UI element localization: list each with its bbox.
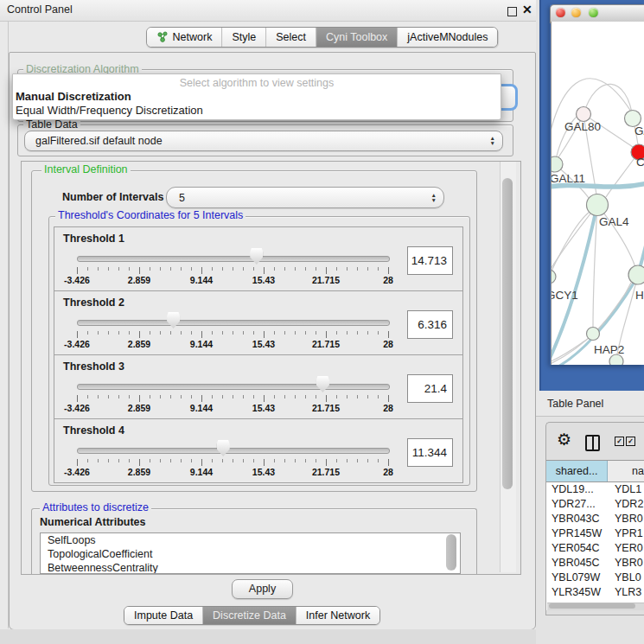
network-node[interactable]	[628, 265, 644, 284]
list-item-topologicalcoefficient[interactable]: TopologicalCoefficient	[41, 547, 460, 561]
slider-tick	[118, 267, 119, 271]
zoom-traffic-light-icon[interactable]	[589, 8, 598, 17]
column-header-shared-name[interactable]: shared...	[546, 461, 608, 481]
slider-tick	[170, 267, 171, 271]
minimize-traffic-light-icon[interactable]	[571, 8, 581, 17]
scale-label: 9.144	[190, 339, 213, 349]
dropdown-option-equal-width-frequency[interactable]: Equal Width/Frequency Discretization	[16, 104, 498, 118]
slider-tick	[253, 331, 254, 335]
table-panel-title: Table Panel	[547, 398, 603, 410]
slider-tick	[284, 395, 285, 399]
window-title: Control Panel	[7, 3, 73, 16]
slider-track[interactable]	[77, 320, 390, 326]
table-row[interactable]: YBR043CYBR0	[546, 512, 644, 526]
slider-tick	[201, 331, 202, 338]
table-row[interactable]: YBR045CYBR0	[546, 556, 644, 571]
scale-label: 2.859	[128, 467, 150, 477]
close-icon[interactable]: ✕	[522, 3, 532, 16]
tab-discretize-data[interactable]: Discretize Data	[202, 607, 296, 624]
table-row[interactable]: YDR27...YDR2	[546, 497, 644, 512]
checkbox-icon[interactable]: ✓	[626, 437, 635, 446]
table-row[interactable]: YDL19...YDL1	[546, 482, 644, 497]
threshold-value-field[interactable]: 6.316	[407, 310, 453, 339]
slider-tick	[222, 331, 223, 335]
horizontal-scrollbar-thumb[interactable]	[549, 603, 635, 609]
slider-tick	[305, 331, 306, 335]
slider-tick	[305, 267, 306, 271]
slider-track[interactable]	[77, 256, 390, 262]
tab-jactivemnodules[interactable]: jActiveMNodules	[397, 28, 497, 47]
slider-tick	[108, 459, 109, 462]
slider-tick	[305, 459, 306, 462]
network-node[interactable]	[552, 270, 556, 284]
gear-icon[interactable]: ⚙	[557, 431, 571, 448]
tab-select[interactable]: Select	[265, 28, 316, 47]
threshold-value-field[interactable]: 11.344	[407, 438, 453, 467]
apply-button[interactable]: Apply	[232, 579, 293, 599]
slider-thumb[interactable]	[167, 312, 180, 328]
node-label: GAL4	[599, 215, 629, 228]
table-data-combobox[interactable]: galFiltered.sif default node ▲▼	[24, 131, 503, 151]
slider-thumb[interactable]	[250, 248, 263, 265]
network-node[interactable]	[577, 107, 591, 122]
vertical-scrollbar-thumb[interactable]	[502, 178, 513, 489]
spinner-arrows-icon[interactable]: ▲▼	[431, 193, 437, 203]
checkbox-icon[interactable]: ✓	[615, 437, 624, 446]
list-item-betweennesscentrality[interactable]: BetweennessCentrality	[41, 561, 460, 574]
tab-network[interactable]: Network	[147, 28, 222, 47]
slider-track[interactable]	[77, 384, 390, 390]
cell-shared-name: YDL19...	[546, 482, 610, 497]
slider-tick	[191, 395, 192, 399]
numerical-attributes-list[interactable]: SelfLoopsTopologicalCoefficientBetweenne…	[40, 532, 461, 574]
table-row[interactable]: YPR145WYPR1	[546, 526, 644, 541]
cell-name: YBR0	[610, 512, 644, 526]
network-edge-thick	[639, 222, 644, 271]
threshold-label: Threshold 2	[63, 296, 124, 309]
slider-tick	[87, 267, 88, 271]
close-traffic-light-icon[interactable]	[556, 8, 565, 17]
table-row[interactable]: YER054CYER0	[546, 541, 644, 556]
network-node[interactable]	[587, 194, 609, 216]
dropdown-option-manual-discretization[interactable]: Manual Discretization	[16, 90, 498, 104]
table-panel-header: Table Panel	[536, 391, 644, 417]
threshold-value-field[interactable]: 21.4	[407, 374, 453, 403]
slider-thumb[interactable]	[316, 376, 329, 392]
network-node[interactable]	[552, 156, 563, 172]
slider-track[interactable]	[77, 448, 390, 454]
list-item-selfloops[interactable]: SelfLoops	[41, 533, 460, 547]
split-columns-icon[interactable]	[585, 435, 600, 451]
node-label: HAP2	[594, 343, 624, 356]
slider-tick	[212, 459, 213, 462]
number-of-intervals-value: 5	[167, 192, 185, 204]
slider-tick	[129, 267, 130, 271]
spinner-arrows-icon[interactable]: ▲▼	[490, 136, 495, 146]
threshold-value-field[interactable]: 14.713	[407, 246, 453, 275]
slider-thumb[interactable]	[217, 440, 230, 456]
tab-infer-network[interactable]: Infer Network	[296, 607, 379, 624]
tab-cyni-toolbox[interactable]: Cyni Toolbox	[316, 28, 397, 47]
tab-style[interactable]: Style	[221, 28, 265, 47]
network-node[interactable]	[587, 328, 600, 341]
slider-tick	[139, 267, 140, 274]
tab-impute-data[interactable]: Impute Data	[124, 607, 202, 624]
table-row[interactable]: YBL079WYBL0	[546, 571, 644, 585]
network-canvas[interactable]: GAL80GACGAL11GAL4GCY1HHAP2	[551, 22, 644, 365]
attributes-list-scrollbar-thumb[interactable]	[446, 534, 456, 571]
scale-label: 2.859	[128, 275, 150, 285]
float-window-icon[interactable]	[507, 7, 517, 16]
table-row[interactable]: YLR345WYLR3	[546, 585, 644, 600]
number-of-intervals-combobox[interactable]: 5 ▲▼	[166, 187, 444, 208]
threshold-label: Threshold 4	[63, 424, 124, 437]
table-data-combobox-value: galFiltered.sif default node	[25, 135, 163, 147]
slider-tick	[316, 267, 316, 271]
slider-tick	[347, 331, 348, 335]
slider-tick	[150, 267, 150, 271]
slider-tick	[212, 395, 213, 399]
threshold-panel-3: Threshold 3-3.4262.8599.14415.4321.71528…	[54, 354, 463, 419]
column-header-name[interactable]: na	[608, 461, 644, 481]
cell-shared-name: YBR045C	[546, 556, 610, 571]
tab-label: Impute Data	[134, 609, 193, 622]
node-attribute-table[interactable]: shared... na YDL19...YDL1YDR27...YDR2YBR…	[546, 460, 644, 610]
tab-label: Style	[232, 31, 256, 43]
scale-label: 15.43	[252, 339, 275, 349]
